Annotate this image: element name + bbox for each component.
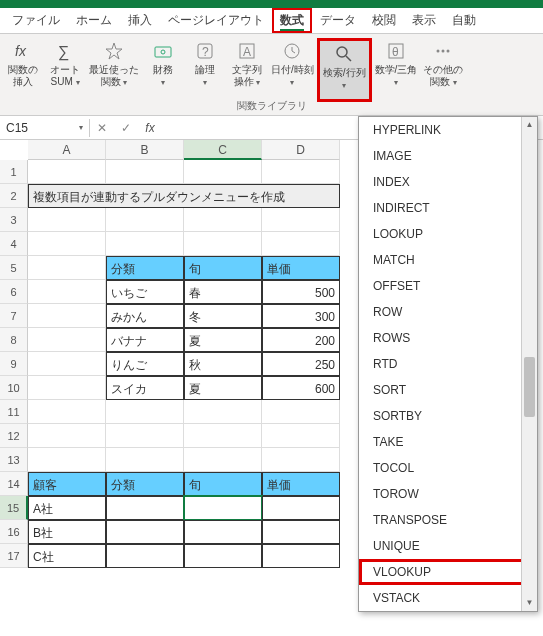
dropdown-item-offset[interactable]: OFFSET [359, 273, 537, 299]
cell[interactable] [28, 400, 106, 424]
row-header[interactable]: 9 [0, 352, 28, 376]
row-header[interactable]: 8 [0, 328, 28, 352]
tab-pagelayout[interactable]: ページレイアウト [160, 8, 272, 33]
lookup-button[interactable]: 検索/行列▾ [317, 38, 372, 102]
dropdown-item-torow[interactable]: TOROW [359, 481, 537, 507]
dropdown-item-unique[interactable]: UNIQUE [359, 533, 537, 559]
row-header[interactable]: 3 [0, 208, 28, 232]
row-header[interactable]: 10 [0, 376, 28, 400]
row-header[interactable]: 16 [0, 520, 28, 544]
cell[interactable]: 夏 [184, 328, 262, 352]
cell[interactable]: りんご [106, 352, 184, 376]
cell[interactable] [28, 424, 106, 448]
cell[interactable] [28, 280, 106, 304]
cell[interactable]: 分類 [106, 472, 184, 496]
cell[interactable] [106, 424, 184, 448]
dropdown-item-hyperlink[interactable]: HYPERLINK [359, 117, 537, 143]
math-button[interactable]: θ 数学/三角▾ [372, 38, 421, 102]
fx-icon[interactable]: fx [138, 121, 162, 135]
row-header[interactable]: 1 [0, 160, 28, 184]
cell[interactable] [28, 448, 106, 472]
dropdown-item-vstack[interactable]: VSTACK [359, 585, 537, 611]
cell[interactable] [262, 424, 340, 448]
cell[interactable] [184, 424, 262, 448]
cell[interactable]: 250 [262, 352, 340, 376]
cell[interactable]: 冬 [184, 304, 262, 328]
cell[interactable] [106, 448, 184, 472]
cell[interactable]: 夏 [184, 376, 262, 400]
cell[interactable]: 旬 [184, 472, 262, 496]
cell[interactable]: バナナ [106, 328, 184, 352]
cell-title[interactable]: 複数項目が連動するプルダウンメニューを作成 [28, 184, 340, 208]
tab-formulas[interactable]: 数式 [272, 8, 312, 33]
cell[interactable] [106, 160, 184, 184]
dropdown-item-lookup[interactable]: LOOKUP [359, 221, 537, 247]
cell[interactable]: B社 [28, 520, 106, 544]
dropdown-item-vlookup[interactable]: VLOOKUP [359, 559, 537, 585]
text-button[interactable]: A 文字列操作 ▾ [226, 38, 268, 102]
cell[interactable] [262, 496, 340, 520]
row-header[interactable]: 13 [0, 448, 28, 472]
scroll-thumb[interactable] [524, 357, 535, 417]
other-functions-button[interactable]: その他の関数 ▾ [420, 38, 466, 102]
cell[interactable]: C社 [28, 544, 106, 568]
cell-active[interactable] [184, 496, 262, 520]
cell[interactable] [262, 544, 340, 568]
scroll-up-icon[interactable]: ▲ [522, 117, 537, 133]
cell[interactable] [28, 376, 106, 400]
cell[interactable] [184, 520, 262, 544]
row-header[interactable]: 4 [0, 232, 28, 256]
cell[interactable] [184, 208, 262, 232]
cell[interactable] [262, 232, 340, 256]
cell[interactable] [262, 400, 340, 424]
cell[interactable] [28, 160, 106, 184]
financial-button[interactable]: 財務▾ [142, 38, 184, 102]
cell[interactable] [262, 520, 340, 544]
cell[interactable] [262, 208, 340, 232]
cell[interactable] [106, 496, 184, 520]
cell[interactable]: 500 [262, 280, 340, 304]
cell[interactable]: 単価 [262, 256, 340, 280]
col-header-d[interactable]: D [262, 140, 340, 160]
row-header[interactable]: 12 [0, 424, 28, 448]
cell[interactable]: いちご [106, 280, 184, 304]
cell[interactable]: 秋 [184, 352, 262, 376]
tab-home[interactable]: ホーム [68, 8, 120, 33]
col-header-a[interactable]: A [28, 140, 106, 160]
row-header[interactable]: 2 [0, 184, 28, 208]
dropdown-scrollbar[interactable]: ▲ ▼ [521, 117, 537, 611]
cell[interactable]: 600 [262, 376, 340, 400]
cell[interactable]: 300 [262, 304, 340, 328]
cell[interactable] [28, 208, 106, 232]
dropdown-item-rtd[interactable]: RTD [359, 351, 537, 377]
cell[interactable] [28, 304, 106, 328]
cell[interactable]: A社 [28, 496, 106, 520]
insert-function-button[interactable]: fx 関数の挿入 [2, 38, 44, 102]
tab-insert[interactable]: 挿入 [120, 8, 160, 33]
cell[interactable] [28, 352, 106, 376]
dropdown-item-match[interactable]: MATCH [359, 247, 537, 273]
cell[interactable] [28, 328, 106, 352]
dropdown-item-sortby[interactable]: SORTBY [359, 403, 537, 429]
cell[interactable] [106, 400, 184, 424]
autosum-button[interactable]: ∑ オートSUM ▾ [44, 38, 86, 102]
dropdown-item-indirect[interactable]: INDIRECT [359, 195, 537, 221]
tab-auto[interactable]: 自動 [444, 8, 484, 33]
dropdown-item-take[interactable]: TAKE [359, 429, 537, 455]
logical-button[interactable]: ? 論理▾ [184, 38, 226, 102]
datetime-button[interactable]: 日付/時刻▾ [268, 38, 317, 102]
cell[interactable] [184, 400, 262, 424]
row-header[interactable]: 11 [0, 400, 28, 424]
row-header[interactable]: 14 [0, 472, 28, 496]
dropdown-item-image[interactable]: IMAGE [359, 143, 537, 169]
row-header[interactable]: 6 [0, 280, 28, 304]
recent-functions-button[interactable]: 最近使った関数 ▾ [86, 38, 142, 102]
cell[interactable] [262, 160, 340, 184]
cell[interactable] [106, 544, 184, 568]
row-header[interactable]: 17 [0, 544, 28, 568]
cell[interactable]: 顧客 [28, 472, 106, 496]
name-box[interactable]: C15▾ [0, 119, 90, 137]
tab-file[interactable]: ファイル [4, 8, 68, 33]
col-header-b[interactable]: B [106, 140, 184, 160]
cell[interactable]: スイカ [106, 376, 184, 400]
